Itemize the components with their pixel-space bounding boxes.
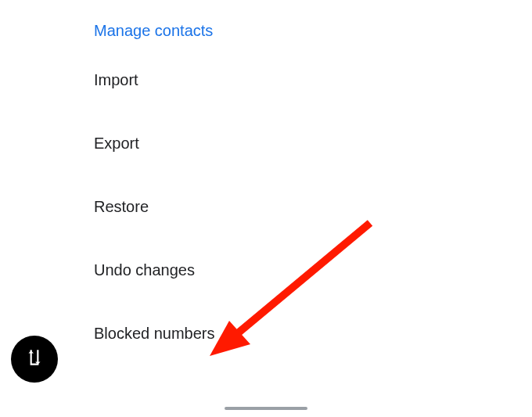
menu-item-blocked-numbers[interactable]: Blocked numbers (94, 325, 532, 343)
sync-fab-button[interactable] (11, 336, 58, 383)
menu-item-undo-changes[interactable]: Undo changes (94, 261, 532, 279)
menu-item-export[interactable]: Export (94, 135, 532, 153)
navigation-handle[interactable] (225, 407, 307, 410)
section-header-manage-contacts: Manage contacts (94, 22, 532, 40)
menu-item-restore[interactable]: Restore (94, 198, 532, 216)
settings-content: Manage contacts Import Export Restore Un… (0, 0, 532, 343)
sync-icon (24, 347, 45, 371)
menu-item-import[interactable]: Import (94, 71, 532, 89)
